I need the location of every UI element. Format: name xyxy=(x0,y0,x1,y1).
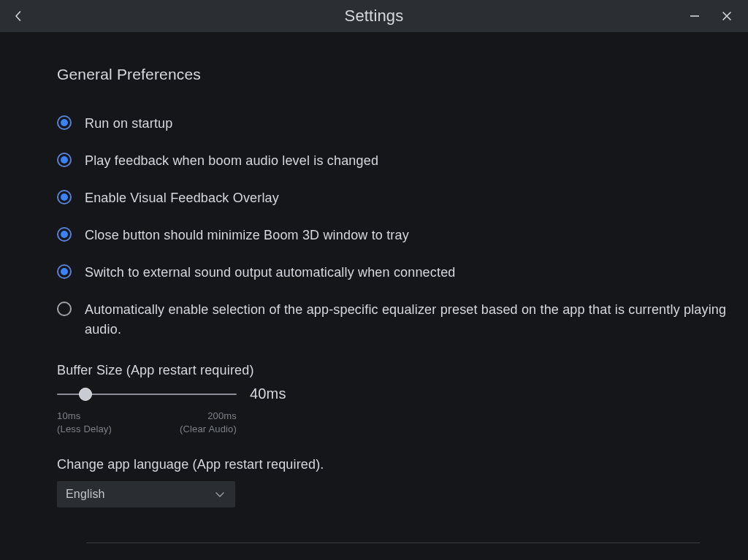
option-label: Enable Visual Feedback Overlay xyxy=(85,188,729,208)
language-select[interactable]: English xyxy=(57,481,235,507)
titlebar: Settings xyxy=(0,0,748,32)
option-run-on-startup: Run on startup xyxy=(57,114,729,134)
language-selected-value: English xyxy=(66,488,105,501)
radio-auto-external-output[interactable] xyxy=(57,264,72,279)
option-label: Run on startup xyxy=(85,114,729,134)
option-label: Automatically enable selection of the ap… xyxy=(85,300,729,340)
language-label: Change app language (App restart require… xyxy=(57,457,729,472)
radio-visual-feedback-overlay[interactable] xyxy=(57,190,72,204)
radio-feedback-on-level-change[interactable] xyxy=(57,153,72,167)
option-visual-feedback-overlay: Enable Visual Feedback Overlay xyxy=(57,188,729,208)
window-controls xyxy=(687,8,741,24)
option-label: Play feedback when boom audio level is c… xyxy=(85,151,729,171)
radio-run-on-startup[interactable] xyxy=(57,115,72,130)
section-title: General Preferences xyxy=(57,66,729,83)
option-label: Close button should minimize Boom 3D win… xyxy=(85,226,729,245)
radio-minimize-to-tray[interactable] xyxy=(57,227,72,242)
minimize-icon xyxy=(689,10,701,22)
close-button[interactable] xyxy=(719,8,735,24)
settings-content: General Preferences Run on startup Play … xyxy=(0,32,748,560)
chevron-left-icon xyxy=(14,10,23,22)
buffer-slider[interactable] xyxy=(57,387,237,402)
minimize-button[interactable] xyxy=(687,8,703,24)
close-icon xyxy=(721,10,733,22)
general-options: Run on startup Play feedback when boom a… xyxy=(57,114,729,340)
option-auto-external-output: Switch to external sound output automati… xyxy=(57,263,729,283)
option-auto-eq-preset: Automatically enable selection of the ap… xyxy=(57,300,729,340)
back-button[interactable] xyxy=(7,5,29,27)
slider-thumb[interactable] xyxy=(79,388,92,401)
buffer-slider-row: 40ms xyxy=(57,386,729,402)
radio-auto-eq-preset[interactable] xyxy=(57,302,72,316)
chevron-down-icon xyxy=(215,489,225,499)
buffer-value: 40ms xyxy=(250,386,286,402)
option-label: Switch to external sound output automati… xyxy=(85,263,729,283)
buffer-slider-legend: 10ms (Less Delay) 200ms (Clear Audio) xyxy=(57,410,237,435)
section-divider xyxy=(86,542,700,543)
buffer-legend-max: 200ms (Clear Audio) xyxy=(180,410,237,435)
option-feedback-on-level-change: Play feedback when boom audio level is c… xyxy=(57,151,729,171)
buffer-legend-min: 10ms (Less Delay) xyxy=(57,410,112,435)
option-minimize-to-tray: Close button should minimize Boom 3D win… xyxy=(57,226,729,245)
buffer-size-label: Buffer Size (App restart required) xyxy=(57,363,729,378)
window-title: Settings xyxy=(0,7,748,26)
